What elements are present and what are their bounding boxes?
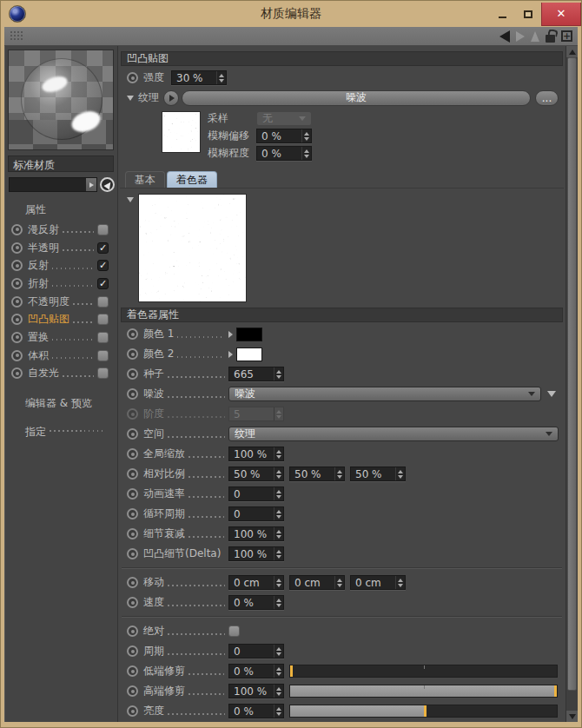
channel-checkbox[interactable]: ✓ [97,278,109,289]
stepper-icon[interactable] [395,576,405,589]
collapse-caret-icon[interactable] [127,197,134,202]
anim-dot-icon[interactable] [127,508,138,520]
texture-expand-button[interactable] [163,90,179,106]
space-dropdown[interactable]: 纹理 [228,427,559,441]
material-name-field[interactable]: 标准材质 [8,156,114,172]
blur-scale-field[interactable]: 0 % [256,146,312,161]
move-x-field[interactable]: 0 cm [228,575,284,590]
slider-handle[interactable] [290,665,293,677]
expand-right-icon[interactable] [228,331,233,338]
texture-browse-button[interactable]: ... [535,90,559,106]
channel-checkbox[interactable]: ✓ [97,242,109,254]
channel-item[interactable]: 半透明 ✓ [4,239,117,257]
anim-dot-icon[interactable] [127,328,138,340]
tab-shader[interactable]: 着色器 [167,171,217,188]
anim-dot-icon[interactable] [11,350,23,361]
anim-dot-icon[interactable] [11,296,23,308]
expand-right-icon[interactable] [228,351,233,358]
collapse-caret-icon[interactable] [127,96,134,101]
material-name-input[interactable] [10,179,86,190]
anim-dot-icon[interactable] [127,368,138,380]
anim-dot-icon[interactable] [127,488,138,500]
editor-preview-section[interactable]: 编辑器 & 预览 [25,396,117,411]
relative-scale-y-field[interactable]: 50 % [289,467,345,481]
move-z-field[interactable]: 0 cm [350,575,406,590]
texture-thumbnail[interactable] [162,111,201,153]
stepper-icon[interactable] [274,685,283,698]
stepper-icon[interactable] [274,487,283,500]
noise-type-dropdown[interactable]: 噪波 [228,387,541,401]
anim-dot-icon[interactable] [11,332,23,343]
color1-swatch[interactable] [236,328,262,341]
stepper-icon[interactable] [274,645,283,658]
slider-handle[interactable] [554,685,557,697]
pick-cursor-icon[interactable] [100,177,115,192]
stepper-icon[interactable] [274,596,283,609]
pen-icon[interactable] [531,31,539,42]
anim-dot-icon[interactable] [11,314,23,325]
slider-handle[interactable] [424,705,427,717]
stepper-icon[interactable] [334,467,344,480]
noise-menu-button[interactable] [545,387,559,401]
assign-section[interactable]: 指定 [25,425,117,440]
back-arrow-icon[interactable] [499,30,510,43]
scroll-up-button[interactable] [566,46,578,57]
blur-offset-field[interactable]: 0 % [256,129,312,143]
anim-dot-icon[interactable] [127,577,138,588]
stepper-icon[interactable] [274,367,283,381]
noise-preview[interactable] [138,194,247,302]
vertical-scrollbar[interactable] [565,46,578,722]
seed-field[interactable]: 665 [228,367,284,381]
anim-dot-icon[interactable] [127,448,138,460]
channel-checkbox[interactable] [97,314,109,325]
anim-dot-icon[interactable] [127,388,138,400]
loop-period-field[interactable]: 0 [228,506,284,521]
channel-checkbox[interactable] [97,296,109,308]
anim-dot-icon[interactable] [11,278,23,289]
stepper-icon[interactable] [274,547,283,560]
anim-dot-icon[interactable] [127,705,138,717]
anim-dot-icon[interactable] [127,528,138,539]
channel-item[interactable]: 凹凸贴图 [4,310,117,328]
stepper-icon[interactable] [216,71,226,84]
anim-dot-icon[interactable] [127,665,138,677]
forward-arrow-icon[interactable] [516,31,525,42]
anim-dot-icon[interactable] [127,548,138,559]
anim-dot-icon[interactable] [127,72,138,83]
stepper-icon[interactable] [301,147,311,160]
brightness-field[interactable]: 0 % [228,704,284,718]
stepper-icon[interactable] [274,447,283,460]
brightness-slider[interactable] [289,705,558,718]
low-clip-slider[interactable] [289,665,558,678]
high-clip-slider[interactable] [289,685,558,698]
anim-dot-icon[interactable] [11,224,23,235]
anim-dot-icon[interactable] [11,242,23,254]
move-y-field[interactable]: 0 cm [289,575,345,590]
lock-open-icon[interactable] [546,35,555,43]
channel-item[interactable]: 不透明度 [4,293,117,311]
scrollbar-track[interactable] [566,57,578,711]
stepper-icon[interactable] [274,507,283,520]
stepper-icon[interactable] [274,576,283,589]
low-clip-field[interactable]: 0 % [228,664,284,678]
maximize-button[interactable] [515,4,541,23]
channel-checkbox[interactable]: ✓ [97,260,109,271]
channel-item[interactable]: 置换 [4,328,117,347]
anim-dot-icon[interactable] [127,428,138,440]
tab-basic[interactable]: 基本 [125,171,165,188]
channel-item[interactable]: 折射 ✓ [4,275,117,293]
channel-checkbox[interactable] [97,332,109,343]
channel-item[interactable]: 体积 [4,347,117,365]
stepper-icon[interactable] [274,705,283,718]
anim-dot-icon[interactable] [127,645,138,657]
material-preview[interactable] [8,50,114,150]
relative-scale-x-field[interactable]: 50 % [228,467,284,481]
detail-attenuation-field[interactable]: 100 % [228,526,284,541]
anim-dot-icon[interactable] [127,625,138,637]
anim-dot-icon[interactable] [127,348,138,360]
texture-shader-button[interactable]: 噪波 [182,90,531,106]
scrollbar-thumb[interactable] [567,57,577,691]
absolute-checkbox[interactable] [228,625,240,637]
bump-delta-field[interactable]: 100 % [228,546,284,561]
anim-dot-icon[interactable] [127,468,138,480]
